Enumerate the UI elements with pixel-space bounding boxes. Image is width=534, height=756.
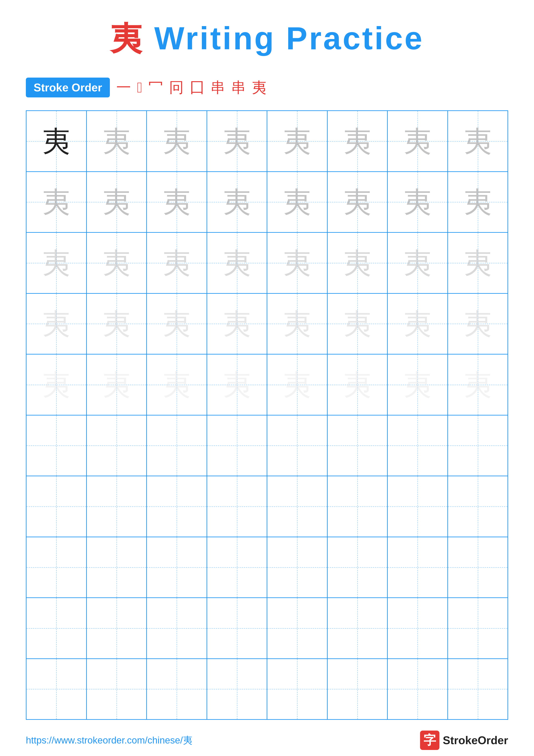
grid-cell[interactable] — [87, 598, 147, 659]
practice-char: 夷 — [163, 188, 191, 216]
grid-cell[interactable] — [388, 598, 448, 659]
grid-cell[interactable]: 夷 — [147, 111, 207, 171]
grid-cell[interactable]: 夷 — [388, 355, 448, 415]
grid-cell[interactable]: 夷 — [87, 294, 147, 354]
grid-cell[interactable] — [388, 537, 448, 598]
grid-cell[interactable]: 夷 — [328, 172, 388, 232]
grid-cell[interactable]: 夷 — [87, 172, 147, 232]
grid-cell[interactable] — [87, 537, 147, 598]
practice-char: 夷 — [343, 127, 371, 155]
footer-logo-text: StrokeOrder — [443, 734, 508, 747]
grid-cell[interactable]: 夷 — [87, 111, 147, 171]
grid-cell[interactable]: 夷 — [207, 172, 267, 232]
grid-cell[interactable]: 夷 — [27, 355, 87, 415]
grid-cell[interactable]: 夷 — [147, 355, 207, 415]
grid-cell[interactable]: 夷 — [267, 111, 328, 171]
grid-cell[interactable] — [328, 416, 388, 476]
grid-cell[interactable] — [388, 659, 448, 719]
grid-cell[interactable] — [328, 598, 388, 659]
grid-cell[interactable] — [147, 659, 207, 719]
grid-cell[interactable] — [448, 537, 508, 598]
grid-cell[interactable]: 夷 — [448, 172, 508, 232]
grid-cell[interactable] — [87, 476, 147, 537]
grid-cell[interactable] — [147, 598, 207, 659]
practice-grid: 夷 夷 夷 夷 夷 夷 夷 夷 — [26, 110, 508, 720]
grid-cell[interactable]: 夷 — [87, 355, 147, 415]
grid-cell[interactable]: 夷 — [448, 294, 508, 354]
grid-cell[interactable] — [87, 416, 147, 476]
grid-cell[interactable] — [207, 659, 267, 719]
grid-cell[interactable]: 夷 — [328, 111, 388, 171]
grid-cell[interactable]: 夷 — [267, 294, 328, 354]
stroke-step-7: 串 — [231, 78, 246, 97]
grid-cell[interactable] — [267, 476, 328, 537]
practice-char: 夷 — [42, 310, 70, 338]
footer-url[interactable]: https://www.strokeorder.com/chinese/夷 — [26, 734, 192, 747]
grid-cell[interactable] — [328, 659, 388, 719]
grid-cell[interactable] — [27, 476, 87, 537]
grid-cell[interactable] — [448, 416, 508, 476]
grid-cell[interactable] — [207, 598, 267, 659]
grid-cell[interactable] — [388, 476, 448, 537]
grid-cell[interactable]: 夷 — [388, 111, 448, 171]
practice-char: 夷 — [103, 249, 131, 277]
practice-char: 夷 — [343, 371, 371, 399]
grid-cell[interactable]: 夷 — [27, 111, 87, 171]
grid-cell[interactable]: 夷 — [267, 172, 328, 232]
grid-cell[interactable] — [207, 476, 267, 537]
grid-cell[interactable] — [328, 476, 388, 537]
grid-cell[interactable]: 夷 — [328, 233, 388, 293]
grid-cell[interactable] — [448, 659, 508, 719]
grid-cell[interactable]: 夷 — [328, 294, 388, 354]
practice-char: 夷 — [464, 371, 492, 399]
grid-cell[interactable] — [267, 416, 328, 476]
grid-cell[interactable] — [448, 598, 508, 659]
grid-cell[interactable] — [27, 416, 87, 476]
grid-cell[interactable] — [207, 416, 267, 476]
practice-char: 夷 — [103, 127, 131, 155]
grid-cell[interactable]: 夷 — [207, 294, 267, 354]
stroke-step-5: 囗 — [190, 78, 204, 97]
grid-cell[interactable]: 夷 — [27, 233, 87, 293]
practice-char: 夷 — [403, 249, 431, 277]
grid-cell[interactable] — [267, 537, 328, 598]
grid-cell[interactable]: 夷 — [448, 355, 508, 415]
grid-cell[interactable]: 夷 — [207, 233, 267, 293]
practice-char: 夷 — [464, 188, 492, 216]
grid-cell[interactable] — [27, 537, 87, 598]
grid-cell[interactable] — [267, 598, 328, 659]
grid-cell[interactable]: 夷 — [27, 294, 87, 354]
grid-cell[interactable] — [27, 598, 87, 659]
grid-cell[interactable] — [147, 537, 207, 598]
grid-cell[interactable]: 夷 — [147, 294, 207, 354]
grid-cell[interactable] — [87, 659, 147, 719]
grid-cell[interactable]: 夷 — [448, 233, 508, 293]
grid-cell[interactable]: 夷 — [388, 233, 448, 293]
grid-cell[interactable]: 夷 — [448, 111, 508, 171]
grid-cell[interactable]: 夷 — [267, 233, 328, 293]
grid-cell[interactable]: 夷 — [388, 294, 448, 354]
title-character: 夷 — [110, 20, 144, 56]
grid-cell[interactable]: 夷 — [267, 355, 328, 415]
grid-cell[interactable]: 夷 — [207, 355, 267, 415]
grid-cell[interactable] — [147, 476, 207, 537]
grid-cell[interactable]: 夷 — [27, 172, 87, 232]
grid-cell[interactable]: 夷 — [388, 172, 448, 232]
practice-char: 夷 — [403, 310, 431, 338]
grid-cell[interactable]: 夷 — [87, 233, 147, 293]
grid-cell[interactable] — [328, 537, 388, 598]
grid-cell[interactable] — [267, 659, 328, 719]
grid-cell[interactable]: 夷 — [147, 233, 207, 293]
grid-row-1: 夷 夷 夷 夷 夷 夷 夷 夷 — [27, 111, 507, 172]
grid-cell[interactable] — [448, 476, 508, 537]
grid-cell[interactable] — [27, 659, 87, 719]
grid-cell[interactable] — [207, 537, 267, 598]
practice-char: 夷 — [163, 371, 191, 399]
stroke-step-6: 串 — [211, 78, 225, 97]
grid-cell[interactable]: 夷 — [328, 355, 388, 415]
grid-cell[interactable] — [147, 416, 207, 476]
practice-char: 夷 — [403, 127, 431, 155]
grid-cell[interactable] — [388, 416, 448, 476]
grid-cell[interactable]: 夷 — [207, 111, 267, 171]
grid-cell[interactable]: 夷 — [147, 172, 207, 232]
